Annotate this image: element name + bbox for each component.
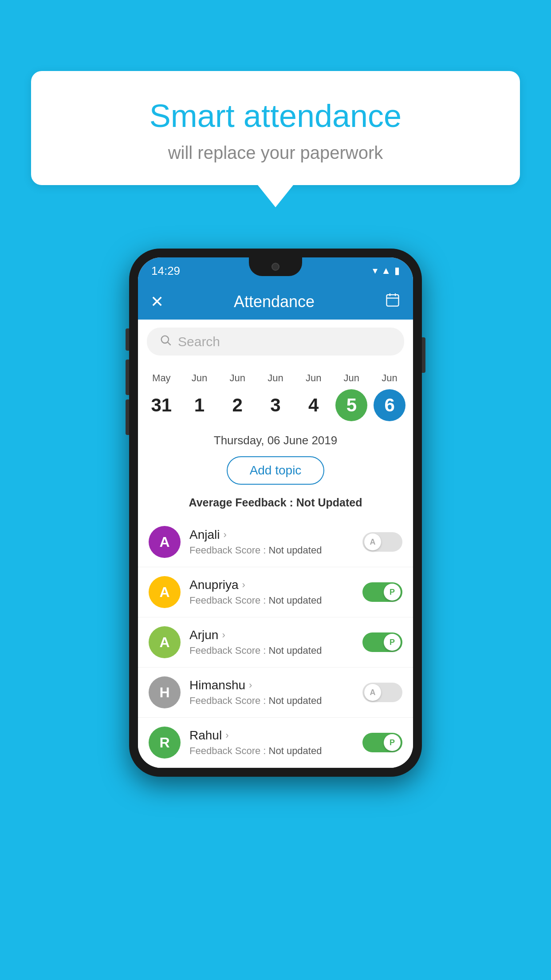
student-info: Himanshu ›Feedback Score : Not updated [189, 678, 354, 707]
search-bar-container: Search [138, 320, 413, 364]
toggle-knob: P [384, 584, 401, 601]
student-item-1: AAnupriya ›Feedback Score : Not updatedP [138, 567, 413, 617]
attendance-toggle[interactable]: P [362, 733, 402, 752]
wifi-icon: ▾ [373, 265, 378, 277]
calendar-day-3[interactable]: Jun3 [258, 372, 293, 421]
speech-bubble-container: Smart attendance will replace your paper… [31, 71, 520, 207]
calendar-strip: May31Jun1Jun2Jun3Jun4Jun5Jun6 [138, 364, 413, 426]
student-feedback-score: Feedback Score : Not updated [189, 745, 354, 757]
calendar-month-label: Jun [192, 372, 207, 384]
add-topic-button[interactable]: Add topic [227, 456, 325, 485]
phone-frame: 14:29 ▾ ▲ ▮ ✕ Attendance [129, 249, 422, 777]
chevron-icon: › [242, 579, 245, 591]
student-item-0: AAnjali ›Feedback Score : Not updatedA [138, 517, 413, 567]
student-info: Anupriya ›Feedback Score : Not updated [189, 578, 354, 606]
status-time: 14:29 [151, 264, 180, 278]
add-topic-container: Add topic [138, 452, 413, 492]
calendar-month-label: Jun [382, 372, 397, 384]
student-avatar: R [149, 727, 181, 759]
svg-rect-0 [387, 295, 399, 306]
battery-icon: ▮ [394, 265, 400, 277]
calendar-day-4[interactable]: Jun4 [296, 372, 331, 421]
student-list: AAnjali ›Feedback Score : Not updatedAAA… [138, 517, 413, 768]
chevron-icon: › [225, 730, 228, 741]
student-avatar: A [149, 626, 181, 658]
student-name[interactable]: Arjun › [189, 628, 354, 642]
chevron-icon: › [223, 529, 226, 541]
phone-volume-up [126, 360, 129, 395]
calendar-month-label: Jun [306, 372, 321, 384]
calendar-date-number[interactable]: 1 [184, 389, 216, 421]
toggle-knob: A [364, 684, 381, 701]
selected-date: Thursday, 06 June 2019 [138, 426, 413, 452]
calendar-day-2[interactable]: Jun2 [220, 372, 255, 421]
avg-feedback-value: Not Updated [296, 496, 362, 509]
calendar-date-number[interactable]: 3 [260, 389, 291, 421]
student-avatar: H [149, 676, 181, 708]
calendar-month-label: Jun [268, 372, 283, 384]
student-feedback-score: Feedback Score : Not updated [189, 695, 354, 707]
calendar-date-number[interactable]: 6 [374, 389, 405, 421]
svg-point-4 [161, 336, 169, 343]
phone-volume-down [126, 399, 129, 435]
attendance-toggle[interactable]: P [362, 582, 402, 602]
toggle-knob: P [384, 734, 401, 751]
calendar-month-label: Jun [344, 372, 359, 384]
attendance-toggle[interactable]: A [362, 532, 402, 552]
student-feedback-score: Feedback Score : Not updated [189, 595, 354, 606]
close-icon[interactable]: ✕ [150, 292, 164, 311]
calendar-date-number[interactable]: 31 [146, 389, 177, 421]
student-name[interactable]: Anupriya › [189, 578, 354, 592]
phone-volume-silent [126, 328, 129, 351]
search-bar[interactable]: Search [147, 328, 404, 356]
attendance-toggle[interactable]: P [362, 632, 402, 652]
speech-bubble-arrow [258, 185, 293, 207]
svg-line-5 [168, 342, 170, 345]
calendar-date-number[interactable]: 5 [335, 389, 367, 421]
calendar-icon[interactable] [385, 292, 401, 312]
student-feedback-score: Feedback Score : Not updated [189, 645, 354, 656]
camera [272, 263, 279, 271]
student-name[interactable]: Rahul › [189, 728, 354, 743]
page-title: Attendance [234, 292, 315, 311]
student-feedback-score: Feedback Score : Not updated [189, 545, 354, 556]
speech-bubble: Smart attendance will replace your paper… [31, 71, 520, 185]
toggle-knob: P [384, 634, 401, 651]
status-bar: 14:29 ▾ ▲ ▮ [138, 257, 413, 284]
calendar-date-number[interactable]: 4 [298, 389, 330, 421]
student-info: Rahul ›Feedback Score : Not updated [189, 728, 354, 757]
student-avatar: A [149, 526, 181, 558]
calendar-day-5[interactable]: Jun5 [334, 372, 369, 421]
avg-feedback-label: Average Feedback : [189, 496, 293, 509]
calendar-month-label: May [152, 372, 171, 384]
phone-power-button [422, 337, 425, 373]
search-placeholder: Search [178, 334, 220, 349]
student-item-3: HHimanshu ›Feedback Score : Not updatedA [138, 668, 413, 718]
student-item-4: RRahul ›Feedback Score : Not updatedP [138, 718, 413, 768]
student-info: Anjali ›Feedback Score : Not updated [189, 528, 354, 556]
calendar-day-0[interactable]: May31 [144, 372, 179, 421]
phone-notch [249, 257, 302, 276]
chevron-icon: › [249, 680, 252, 691]
app-header: ✕ Attendance [138, 284, 413, 320]
speech-bubble-subtitle: will replace your paperwork [58, 143, 493, 163]
calendar-date-number[interactable]: 2 [221, 389, 253, 421]
calendar-day-6[interactable]: Jun6 [372, 372, 407, 421]
phone-container: 14:29 ▾ ▲ ▮ ✕ Attendance [129, 249, 422, 777]
status-icons: ▾ ▲ ▮ [373, 265, 400, 277]
avg-feedback: Average Feedback : Not Updated [138, 492, 413, 517]
attendance-toggle[interactable]: A [362, 683, 402, 702]
chevron-icon: › [222, 629, 225, 641]
student-info: Arjun ›Feedback Score : Not updated [189, 628, 354, 656]
student-item-2: AArjun ›Feedback Score : Not updatedP [138, 617, 413, 668]
signal-icon: ▲ [381, 265, 391, 277]
calendar-month-label: Jun [230, 372, 245, 384]
speech-bubble-title: Smart attendance [58, 98, 493, 134]
student-name[interactable]: Himanshu › [189, 678, 354, 692]
search-icon [159, 334, 172, 349]
student-avatar: A [149, 576, 181, 608]
student-name[interactable]: Anjali › [189, 528, 354, 542]
calendar-day-1[interactable]: Jun1 [182, 372, 217, 421]
phone-screen: 14:29 ▾ ▲ ▮ ✕ Attendance [138, 257, 413, 768]
toggle-knob: A [364, 533, 381, 550]
